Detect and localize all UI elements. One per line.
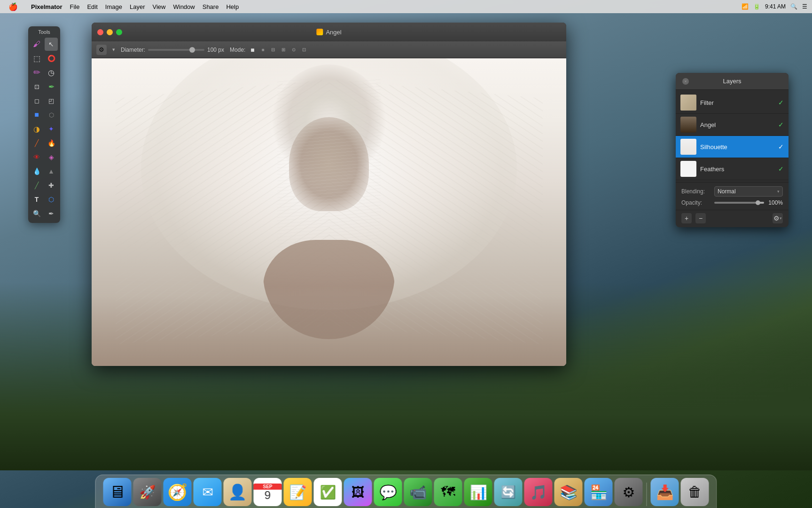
tool-color-picker[interactable]: ✒ [45, 207, 58, 220]
mode-icon-1[interactable]: ■ [258, 46, 267, 54]
menu-icon[interactable]: ☰ [802, 3, 807, 10]
add-layer-button[interactable]: + [681, 213, 692, 223]
layers-header: × Layers [676, 73, 789, 90]
dock-item-appstore[interactable]: 🏪 [585, 478, 613, 506]
mode-label: Mode: [230, 47, 245, 53]
toolbar-chevron[interactable]: ▾ [112, 47, 115, 53]
dock-item-mail[interactable]: ✉ [194, 478, 222, 506]
mode-control: Mode: ■ ■ ⊟ ⊞ ⊙ ⊡ [230, 46, 308, 54]
dock-item-trash[interactable]: 🗑 [681, 478, 709, 506]
menu-layer[interactable]: Layer [126, 0, 149, 13]
layer-visibility-check[interactable]: ✓ [778, 165, 784, 173]
blending-row: Blending: Normal ▾ [681, 186, 783, 197]
menu-file[interactable]: File [66, 0, 83, 13]
layers-panel: × Layers Filter ✓ Angel ✓ Silhouette [676, 73, 789, 227]
tool-eye[interactable]: 👁 [30, 151, 43, 164]
mode-icon-5[interactable]: ⊡ [300, 46, 308, 54]
tool-eraser[interactable]: ◻ [30, 94, 43, 107]
dock-item-safari[interactable]: 🧭 [164, 478, 192, 506]
tool-rect-select[interactable]: ⬚ [30, 52, 43, 65]
tool-pin[interactable]: ✦ [45, 122, 58, 135]
layers-close-button[interactable]: × [682, 78, 689, 85]
tool-pencil[interactable]: ✏ [30, 66, 43, 79]
dock-item-facetime[interactable]: 📹 [404, 478, 432, 506]
menu-share[interactable]: Share [199, 0, 223, 13]
tool-brush[interactable]: ◰ [45, 94, 58, 107]
tool-sponge[interactable]: ◈ [45, 151, 58, 164]
tool-rect-shape[interactable]: ■ [30, 108, 43, 121]
mode-icon-2[interactable]: ⊟ [269, 46, 277, 54]
tool-lasso[interactable]: ◷ [45, 66, 58, 79]
menu-edit[interactable]: Edit [83, 0, 101, 13]
tool-pointer[interactable]: ↖ [45, 38, 58, 51]
dock-item-music[interactable]: 🎵 [524, 478, 553, 506]
mode-icon-4[interactable]: ⊙ [289, 46, 298, 54]
mode-icons: ■ ■ ⊟ ⊞ ⊙ ⊡ [248, 46, 308, 54]
tool-line[interactable]: ╱ [30, 179, 43, 192]
dock-item-numbers[interactable]: 📊 [464, 478, 492, 506]
apple-menu[interactable]: 🍎 [5, 0, 22, 13]
dock-item-system-preferences[interactable]: ⚙ [615, 478, 643, 506]
toolbar-gear-button[interactable]: ⚙ [96, 45, 107, 55]
window-minimize-button[interactable] [107, 29, 113, 35]
tool-liquify-warp[interactable]: 💧 [30, 165, 43, 178]
window-maximize-button[interactable] [116, 29, 122, 35]
layer-item[interactable]: Filter ✓ [676, 92, 789, 114]
dock-item-finder[interactable]: 🖥 [103, 478, 132, 506]
layer-thumbnail [680, 139, 696, 155]
tool-crop[interactable]: ⊡ [30, 80, 43, 93]
dock-item-photos[interactable]: 🖼 [344, 478, 372, 506]
dock-item-launchpad[interactable]: 🚀 [133, 478, 162, 506]
layer-visibility-check[interactable]: ✓ [778, 99, 784, 106]
search-icon[interactable]: 🔍 [790, 3, 797, 10]
layer-name: Filter [700, 99, 774, 106]
dock-item-calendar[interactable]: SEP 9 [254, 478, 282, 506]
layer-item[interactable]: Feathers ✓ [676, 158, 789, 180]
diameter-slider-thumb [189, 47, 195, 53]
layers-title: Layers [723, 78, 741, 85]
opacity-slider[interactable] [714, 202, 764, 204]
diameter-slider[interactable] [148, 49, 204, 51]
menu-image[interactable]: Image [102, 0, 126, 13]
menu-window[interactable]: Window [169, 0, 198, 13]
window-file-icon [316, 29, 323, 35]
layer-visibility-check[interactable]: ✓ [778, 143, 784, 151]
dock-item-migration[interactable]: 🔄 [494, 478, 523, 506]
tool-zoom[interactable]: 🔍 [30, 207, 43, 220]
dock-item-notes[interactable]: 📝 [284, 478, 312, 506]
tool-liquify-shape[interactable]: ▲ [45, 165, 58, 178]
close-icon: × [684, 79, 687, 84]
dock-item-messages[interactable]: 💬 [374, 478, 402, 506]
layer-settings-button[interactable]: ⚙ ▾ [773, 213, 783, 223]
tool-smudge[interactable]: ╱ [30, 136, 43, 150]
layer-visibility-check[interactable]: ✓ [778, 121, 784, 128]
layer-item-selected[interactable]: Silhouette ✓ [676, 136, 789, 158]
remove-layer-button[interactable]: − [695, 213, 706, 223]
tool-ellipse-select[interactable]: ⭕ [45, 52, 58, 65]
mode-icon-3[interactable]: ⊞ [279, 46, 288, 54]
dock-item-maps[interactable]: 🗺 [434, 478, 462, 506]
gear-icon: ⚙ [99, 46, 104, 53]
blending-dropdown[interactable]: Normal ▾ [714, 186, 783, 197]
dock-item-downloads[interactable]: 📥 [651, 478, 679, 506]
blending-value: Normal [718, 188, 736, 195]
tool-vector-shape[interactable]: ⬡ [45, 193, 58, 206]
dock-item-contacts[interactable]: 👤 [224, 478, 252, 506]
dropdown-arrow-icon: ▾ [777, 189, 780, 194]
layers-footer: Blending: Normal ▾ Opacity: 100% [676, 182, 789, 210]
tool-paint-bucket[interactable]: ⬡ [45, 108, 58, 121]
tool-stamp[interactable]: 🔥 [45, 136, 58, 150]
tool-eyedropper[interactable]: ✒ [45, 80, 58, 93]
menu-help[interactable]: Help [222, 0, 242, 13]
mode-icon-0[interactable]: ■ [248, 46, 257, 54]
app-name[interactable]: Pixelmator [27, 0, 66, 13]
tool-healing[interactable]: ✚ [45, 179, 58, 192]
menu-view[interactable]: View [149, 0, 170, 13]
dock-item-reminders[interactable]: ✅ [314, 478, 342, 506]
window-close-button[interactable] [97, 29, 103, 35]
tool-paintbrush[interactable]: 🖌 [30, 38, 43, 51]
tool-gradient[interactable]: ◑ [30, 122, 43, 135]
tool-text[interactable]: T [30, 193, 43, 206]
dock-item-ibooks[interactable]: 📚 [554, 478, 583, 506]
layer-item[interactable]: Angel ✓ [676, 114, 789, 136]
